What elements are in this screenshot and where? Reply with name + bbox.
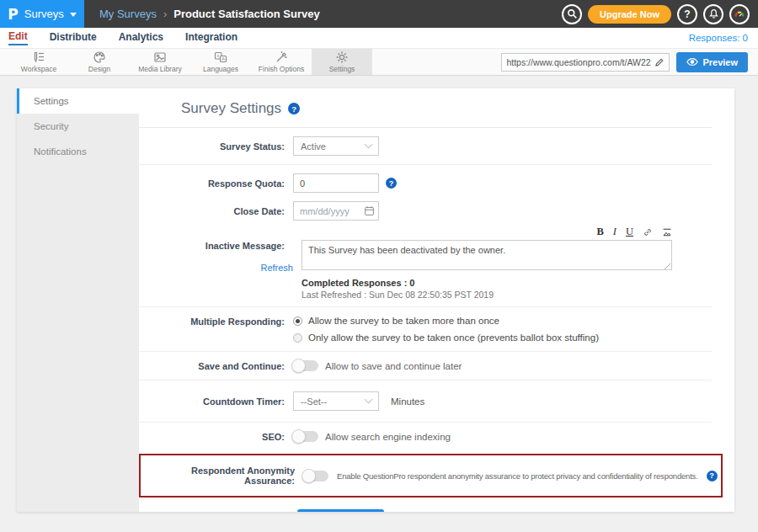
breadcrumb-separator: › <box>163 8 167 20</box>
toolbar-item-design[interactable]: Design <box>69 49 130 75</box>
textarea-resize-handle[interactable] <box>665 263 670 269</box>
notifications-button[interactable] <box>703 4 723 24</box>
svg-text:A: A <box>222 56 225 61</box>
link-icon[interactable] <box>643 227 653 237</box>
survey-settings-help-icon[interactable]: ? <box>288 103 300 114</box>
bold-button[interactable]: B <box>596 226 603 237</box>
multiple-responding-row: Multiple Responding: Allow the survey to… <box>139 307 712 352</box>
save-and-continue-toggle[interactable] <box>293 360 318 371</box>
survey-url-input[interactable] <box>506 57 651 67</box>
page-title-row: Survey Settings ? <box>139 88 712 128</box>
save-row: Save Changes <box>139 499 734 512</box>
finish-options-icon <box>275 51 288 64</box>
survey-meter-button[interactable] <box>729 4 750 24</box>
preview-button-label: Preview <box>702 57 738 67</box>
tab-integration[interactable]: Integration <box>185 31 238 45</box>
last-refreshed-text: Last Refreshed : Sun Dec 08 22:50:35 PST… <box>302 290 672 300</box>
app-header: P Surveys My Surveys › Product Satisfact… <box>0 0 758 28</box>
header-actions: Upgrade Now ? <box>562 4 758 24</box>
anonymity-highlight-box: Respondent Anonymity Assurance: Enable Q… <box>139 454 723 497</box>
preview-button[interactable]: Preview <box>676 52 748 72</box>
response-quota-row: Response Quota: ? <box>139 165 712 196</box>
radio-unselected-icon <box>293 333 302 343</box>
tab-distribute[interactable]: Distribute <box>50 31 97 45</box>
seo-toggle[interactable] <box>293 431 318 442</box>
breadcrumb: My Surveys › Product Satisfaction Survey <box>99 8 320 20</box>
countdown-timer-value: --Set-- <box>301 396 327 407</box>
countdown-timer-row: Countdown Timer: --Set-- Minutes <box>139 380 712 423</box>
workspace-icon <box>32 51 45 64</box>
responses-count[interactable]: Responses: 0 <box>689 33 758 43</box>
gauge-icon <box>734 8 745 20</box>
chevron-down-icon <box>365 396 373 404</box>
close-date-label: Close Date: <box>139 206 293 216</box>
anonymity-help-icon[interactable]: ? <box>707 471 718 481</box>
image-icon[interactable] <box>662 227 672 237</box>
bell-icon <box>708 8 719 19</box>
italic-button[interactable]: I <box>613 226 617 237</box>
responses-info: Completed Responses : 0 Last Refreshed :… <box>302 278 672 300</box>
breadcrumb-my-surveys[interactable]: My Surveys <box>99 8 157 20</box>
survey-status-label: Survey Status: <box>139 141 293 152</box>
toolbar-item-label: Languages <box>203 65 238 73</box>
anonymity-description: Enable QuestionPro respondent anonymity … <box>337 471 698 481</box>
design-icon <box>93 51 106 64</box>
radio-option-multiple-allowed[interactable]: Allow the survey to be taken more than o… <box>293 316 599 326</box>
calendar-icon[interactable] <box>364 205 375 216</box>
save-changes-button[interactable]: Save Changes <box>297 509 384 512</box>
toolbar-item-label: Workspace <box>21 65 56 73</box>
toolbar-item-finish-options[interactable]: Finish Options <box>251 49 312 75</box>
toolbar-right: Preview <box>501 49 758 75</box>
toolbar-item-media-library[interactable]: Media Library <box>130 49 190 75</box>
seo-label: SEO: <box>139 432 293 442</box>
response-quota-label: Response Quota: <box>139 178 293 189</box>
toolbar-item-settings[interactable]: Settings <box>312 49 372 75</box>
multiple-responding-label: Multiple Responding: <box>139 316 293 327</box>
seo-description: Allow search engine indexing <box>325 432 451 442</box>
toolbar-item-workspace[interactable]: Workspace <box>8 49 69 75</box>
response-quota-help-icon[interactable]: ? <box>386 178 397 189</box>
inactive-message-row: Inactive Message: Refresh B I U <box>139 221 712 307</box>
eye-icon <box>686 57 698 66</box>
tab-edit[interactable]: Edit <box>8 30 28 45</box>
underline-button[interactable]: U <box>626 226 633 237</box>
sidebar-item-settings[interactable]: Settings <box>17 88 139 114</box>
upgrade-now-button[interactable]: Upgrade Now <box>588 5 671 24</box>
refresh-link[interactable]: Refresh <box>139 263 302 273</box>
message-editor-toolbar: B I U <box>302 226 672 238</box>
languages-icon: x A <box>214 51 227 64</box>
save-and-continue-description: Allow to save and continue later <box>325 361 462 371</box>
help-button[interactable]: ? <box>677 4 697 24</box>
save-and-continue-row: Save and Continue: Allow to save and con… <box>139 352 712 380</box>
survey-status-value: Active <box>301 141 326 152</box>
inactive-message-textarea[interactable]: This Survey has been deactivated by the … <box>302 240 672 270</box>
svg-text:x: x <box>216 53 219 58</box>
breadcrumb-survey-title: Product Satisfaction Survey <box>173 8 319 20</box>
sidebar-item-notifications[interactable]: Notifications <box>17 139 139 164</box>
countdown-timer-label: Countdown Timer: <box>139 396 293 407</box>
sidebar-item-security[interactable]: Security <box>17 114 139 139</box>
media-library-icon <box>153 51 167 64</box>
countdown-timer-select[interactable]: --Set-- <box>293 391 379 411</box>
close-date-row: Close Date: <box>139 196 712 221</box>
radio-selected-icon <box>293 317 302 326</box>
response-quota-input[interactable] <box>293 173 379 193</box>
tab-analytics[interactable]: Analytics <box>119 31 163 45</box>
edit-url-icon[interactable] <box>654 57 665 67</box>
survey-status-select[interactable]: Active <box>293 136 379 156</box>
toolbar-item-label: Design <box>88 65 110 73</box>
surveys-menu[interactable]: P Surveys <box>0 0 84 28</box>
settings-sidebar: Settings Security Notifications <box>17 88 139 512</box>
save-and-continue-label: Save and Continue: <box>139 361 293 371</box>
toolbar-item-label: Settings <box>329 65 355 73</box>
edit-nav-bar: Edit Distribute Analytics Integration Re… <box>0 28 758 48</box>
settings-card: Settings Security Notifications Survey S… <box>17 88 734 512</box>
anonymity-toggle[interactable] <box>303 471 328 481</box>
toolbar-item-languages[interactable]: x A Languages <box>190 49 251 75</box>
radio-option-single-only[interactable]: Only allow the survey to be taken once (… <box>293 332 599 343</box>
survey-toolbar: Workspace Design Media Library x A Langu… <box>0 48 758 76</box>
search-button[interactable] <box>562 4 582 24</box>
surveys-menu-label: Surveys <box>24 8 64 20</box>
seo-row: SEO: Allow search engine indexing <box>139 423 712 450</box>
chevron-down-icon <box>365 141 373 149</box>
